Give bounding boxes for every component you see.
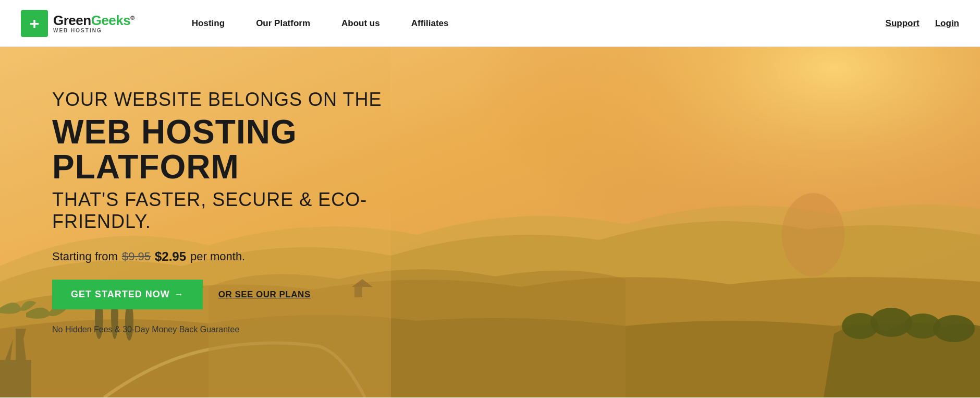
hero-guarantee: No Hidden Fees & 30-Day Money Back Guara… <box>52 325 417 334</box>
nav-item-our-platform[interactable]: Our Platform <box>240 0 326 47</box>
logo-name: GreenGeeks® <box>53 13 134 28</box>
logo-plus: + <box>30 15 40 32</box>
cta-arrow: → <box>174 289 184 300</box>
nav-item-affiliates[interactable]: Affiliates <box>396 0 464 47</box>
price-suffix: per month. <box>190 250 245 263</box>
logo[interactable]: + GreenGeeks® WEB HOSTING <box>21 10 134 37</box>
hero-line2: WEB HOSTING PLATFORM <box>52 115 417 185</box>
nav-item-hosting[interactable]: Hosting <box>176 0 240 47</box>
hero-line1: YOUR WEBSITE BELONGS ON THE <box>52 89 417 111</box>
price-new: $2.95 <box>155 249 186 264</box>
header-left: + GreenGeeks® WEB HOSTING Hosting Our Pl… <box>21 0 464 47</box>
see-plans-link[interactable]: OR SEE OUR PLANS <box>218 290 311 300</box>
nav-item-about-us[interactable]: About us <box>326 0 396 47</box>
hero-buttons: GET STARTED NOW → OR SEE OUR PLANS <box>52 280 417 309</box>
nav-support[interactable]: Support <box>886 18 920 29</box>
hero-price: Starting from $9.95 $2.95 per month. <box>52 249 417 264</box>
brand-registered: ® <box>130 15 134 21</box>
get-started-button[interactable]: GET STARTED NOW → <box>52 280 203 309</box>
hero-content: YOUR WEBSITE BELONGS ON THE WEB HOSTING … <box>0 47 417 334</box>
price-old: $9.95 <box>122 250 151 263</box>
header-right: Support Login <box>886 18 959 29</box>
price-prefix: Starting from <box>52 250 118 263</box>
get-started-label: GET STARTED NOW <box>71 289 170 300</box>
logo-icon: + <box>21 10 48 37</box>
brand-sub: WEB HOSTING <box>53 28 134 33</box>
logo-text: GreenGeeks® WEB HOSTING <box>53 13 134 34</box>
header: + GreenGeeks® WEB HOSTING Hosting Our Pl… <box>0 0 980 47</box>
nav-login[interactable]: Login <box>935 18 959 29</box>
main-nav: Hosting Our Platform About us Affiliates <box>176 0 464 47</box>
brand-name-geeks: Geeks <box>91 13 131 28</box>
hero-section: YOUR WEBSITE BELONGS ON THE WEB HOSTING … <box>0 47 980 397</box>
hero-line3: THAT'S FASTER, SECURE & ECO-FRIENDLY. <box>52 189 417 233</box>
brand-name-green: Green <box>53 13 91 28</box>
